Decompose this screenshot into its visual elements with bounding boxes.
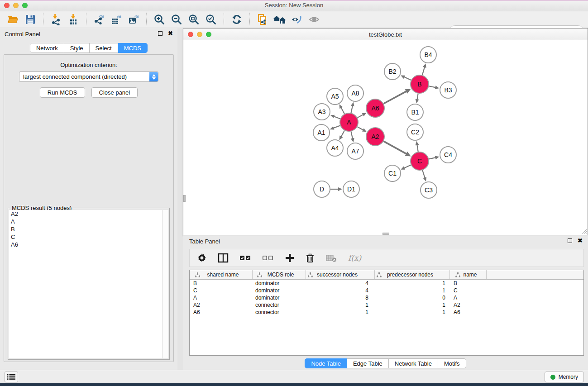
network-from-file-icon[interactable] — [256, 13, 269, 26]
column-header-predecessor-nodes[interactable]: predecessor nodes — [375, 270, 450, 279]
table-row[interactable]: A6connector11A6 — [190, 309, 583, 316]
close-panel-icon[interactable]: ✖ — [168, 31, 173, 36]
graph-edge-A-A8[interactable] — [351, 105, 353, 113]
table-cell[interactable]: A — [450, 294, 487, 301]
float-panel-icon[interactable] — [568, 238, 572, 243]
memory-button[interactable]: Memory — [545, 372, 584, 382]
hide-panel-icon[interactable] — [290, 13, 304, 26]
graph-edge-A2-C[interactable] — [383, 141, 406, 154]
table-cell[interactable]: 4 — [306, 280, 375, 287]
graph-edge-B-B2[interactable] — [404, 77, 411, 80]
table-cell[interactable]: A6 — [450, 309, 487, 316]
table-cell[interactable]: dominator — [253, 294, 306, 301]
run-mcds-button[interactable]: Run MCDS — [40, 87, 85, 98]
graph-edge-A-A7[interactable] — [351, 132, 353, 139]
table-cell[interactable]: 1 — [306, 301, 375, 309]
gear-icon[interactable] — [197, 252, 207, 264]
graph-edge-A-A2[interactable] — [357, 127, 363, 130]
close-panel-button[interactable]: Close panel — [91, 87, 138, 98]
mcds-result-list[interactable]: A2ABCA6 — [9, 210, 162, 358]
close-panel-icon[interactable]: ✖ — [578, 238, 583, 243]
graph-edge-A-A5[interactable] — [341, 108, 344, 114]
tab-network-table[interactable]: Network Table — [389, 358, 438, 368]
import-table-icon[interactable] — [67, 13, 80, 26]
table-cell[interactable]: C — [190, 287, 253, 294]
graph-edge-A-A1[interactable] — [333, 125, 340, 128]
refresh-icon[interactable] — [230, 13, 244, 26]
column-header-shared-name[interactable]: shared name — [190, 270, 253, 279]
splitter-handle[interactable] — [183, 195, 186, 202]
table-row[interactable]: Bdominator41B — [190, 280, 583, 287]
delete-icon[interactable] — [306, 252, 315, 264]
graph-edge-B-B3[interactable] — [429, 86, 436, 87]
table-cell[interactable]: A — [190, 294, 253, 301]
import-network-icon[interactable] — [49, 13, 63, 26]
table-cell[interactable]: 1 — [375, 287, 450, 294]
table-cell[interactable]: 1 — [306, 309, 375, 316]
table-cell[interactable]: C — [450, 287, 487, 294]
graph-edge-C-C4[interactable] — [429, 157, 435, 159]
zoom-out-icon[interactable] — [170, 13, 183, 26]
graph-edge-B-B4[interactable] — [422, 67, 425, 75]
home-icon[interactable] — [273, 13, 287, 26]
table-cell[interactable]: A6 — [190, 309, 253, 316]
column-header-name[interactable]: name — [450, 270, 487, 279]
tab-motifs[interactable]: Motifs — [438, 358, 466, 368]
tab-style[interactable]: Style — [64, 43, 90, 53]
network-canvas[interactable]: B4B2BB3B1A5A8A6A3AA1A2A4A7C2CC4C1C3DD1 — [183, 40, 588, 235]
deselect-all-icon[interactable] — [262, 252, 274, 264]
splitter-handle[interactable] — [382, 233, 389, 235]
table-cell[interactable]: connector — [253, 301, 306, 309]
mcds-result-item[interactable]: A6 — [9, 241, 162, 248]
show-panel-icon[interactable] — [307, 13, 321, 26]
table-cell[interactable]: A2 — [450, 301, 487, 309]
table-cell[interactable]: B — [450, 280, 487, 287]
table-cell[interactable]: 8 — [306, 294, 375, 301]
zoom-selected-icon[interactable] — [204, 13, 218, 26]
export-network-icon[interactable] — [92, 13, 106, 26]
table-cell[interactable]: dominator — [253, 280, 306, 287]
mcds-result-item[interactable]: A2 — [9, 210, 162, 218]
mcds-result-item[interactable]: C — [9, 233, 162, 241]
network-window-titlebar[interactable]: testGlobe.txt — [183, 29, 588, 40]
resize-grip-icon[interactable] — [581, 228, 587, 234]
float-panel-icon[interactable] — [158, 31, 163, 36]
graph-edge-A-A6[interactable] — [358, 114, 363, 118]
task-history-button[interactable] — [5, 372, 18, 382]
graph-edge-C-C2[interactable] — [417, 145, 418, 152]
tab-mcds[interactable]: MCDS — [118, 43, 148, 53]
table-cell[interactable]: connector — [253, 309, 306, 316]
tab-select[interactable]: Select — [90, 43, 118, 53]
graph-edge-A-A4[interactable] — [341, 130, 344, 137]
mcds-result-item[interactable]: B — [9, 225, 162, 233]
table-cell[interactable]: 0 — [375, 294, 450, 301]
zoom-fit-icon[interactable] — [187, 13, 201, 26]
tab-edge-table[interactable]: Edge Table — [347, 358, 389, 368]
select-all-icon[interactable] — [239, 252, 251, 264]
column-header-successor-nodes[interactable]: successor nodes — [306, 270, 375, 279]
column-header-mcds-role[interactable]: MCDS role — [253, 270, 306, 279]
table-cell[interactable]: dominator — [253, 287, 306, 294]
open-session-icon[interactable] — [6, 13, 20, 26]
graph-edge-A-A3[interactable] — [334, 116, 340, 119]
table-cell[interactable]: 4 — [306, 287, 375, 294]
add-icon[interactable] — [285, 252, 295, 264]
save-session-icon[interactable] — [24, 13, 37, 26]
table-row[interactable]: Adominator80A — [190, 294, 583, 301]
export-table-icon[interactable] — [110, 13, 123, 26]
mcds-list-scrollbar[interactable] — [162, 210, 168, 358]
graph-edge-A6-B[interactable] — [383, 91, 406, 104]
tab-network[interactable]: Network — [30, 43, 64, 53]
table-cell[interactable]: 1 — [375, 280, 450, 287]
table-cell[interactable]: 1 — [375, 309, 450, 316]
table-cell[interactable]: A2 — [190, 301, 253, 309]
table-cell[interactable]: B — [190, 280, 253, 287]
table-row[interactable]: Cdominator41C — [190, 287, 583, 294]
mcds-result-item[interactable]: A — [9, 218, 162, 225]
graph-edge-B-B1[interactable] — [417, 94, 418, 100]
graph-edge-C-C1[interactable] — [404, 165, 411, 168]
graph-edge-C-C3[interactable] — [422, 170, 425, 178]
tab-node-table[interactable]: Node Table — [305, 358, 347, 368]
zoom-in-icon[interactable] — [153, 13, 166, 26]
table-cell[interactable]: 1 — [375, 301, 450, 309]
